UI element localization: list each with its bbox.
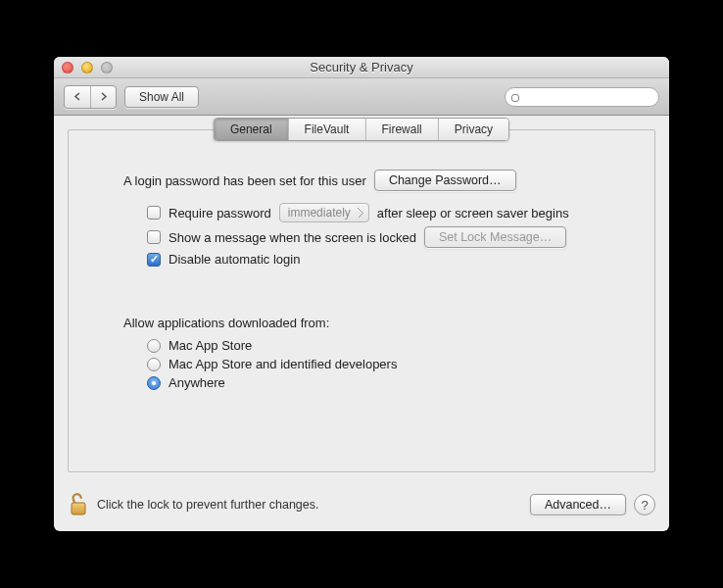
change-password-button[interactable]: Change Password… — [374, 170, 516, 191]
require-password-delay-select[interactable]: immediately — [279, 203, 369, 222]
close-icon[interactable] — [62, 62, 73, 74]
lock-text: Click the lock to prevent further change… — [97, 498, 522, 512]
gatekeeper-heading: Allow applications downloaded from: — [108, 316, 615, 330]
after-sleep-label: after sleep or screen saver begins — [377, 206, 569, 220]
gatekeeper-option-identified[interactable]: Mac App Store and identified developers — [147, 357, 615, 371]
toolbar: Show All — [54, 78, 669, 116]
require-password-checkbox[interactable] — [147, 206, 161, 220]
footer: Click the lock to prevent further change… — [54, 486, 669, 531]
titlebar: Security & Privacy — [54, 57, 669, 78]
require-password-row: Require password immediately after sleep… — [108, 203, 615, 222]
show-message-row: Show a message when the screen is locked… — [108, 226, 615, 248]
disable-auto-login-checkbox[interactable] — [147, 253, 161, 267]
radio-icon — [147, 358, 161, 371]
login-password-label: A login password has been set for this u… — [123, 173, 366, 188]
tab-bar: General FileVault Firewall Privacy — [214, 118, 509, 141]
svg-rect-2 — [72, 503, 85, 514]
tab-general[interactable]: General — [215, 119, 288, 140]
chevron-left-icon — [73, 92, 81, 101]
gatekeeper-label: Anywhere — [169, 375, 225, 390]
delay-value: immediately — [288, 206, 351, 220]
content-area: General FileVault Firewall Privacy A log… — [54, 116, 669, 486]
zoom-icon[interactable] — [101, 62, 113, 74]
tab-filevault[interactable]: FileVault — [288, 119, 365, 140]
tab-privacy[interactable]: Privacy — [438, 119, 508, 140]
search-wrap — [505, 87, 659, 107]
require-password-label: Require password — [169, 206, 271, 220]
set-lock-message-button: Set Lock Message… — [424, 226, 566, 248]
nav-segment — [64, 85, 117, 109]
general-panel: General FileVault Firewall Privacy A log… — [68, 129, 655, 472]
minimize-icon[interactable] — [81, 62, 93, 74]
show-all-button[interactable]: Show All — [124, 86, 199, 108]
chevron-right-icon — [100, 92, 108, 101]
disable-auto-login-row: Disable automatic login — [108, 252, 615, 267]
tab-firewall[interactable]: Firewall — [364, 119, 437, 140]
search-input[interactable] — [505, 87, 659, 107]
disable-auto-login-label: Disable automatic login — [169, 252, 300, 267]
radio-icon — [147, 376, 161, 390]
radio-icon — [147, 339, 161, 353]
window-title: Security & Privacy — [54, 60, 669, 74]
gatekeeper-label: Mac App Store — [169, 338, 252, 353]
show-message-label: Show a message when the screen is locked — [169, 230, 416, 245]
show-message-checkbox[interactable] — [147, 230, 161, 244]
advanced-button[interactable]: Advanced… — [530, 494, 626, 515]
gatekeeper-option-anywhere[interactable]: Anywhere — [147, 375, 615, 390]
back-button[interactable] — [65, 86, 90, 108]
gatekeeper-label: Mac App Store and identified developers — [169, 357, 397, 371]
forward-button[interactable] — [90, 86, 116, 108]
help-button[interactable]: ? — [634, 494, 655, 515]
lock-icon[interactable] — [68, 492, 89, 517]
gatekeeper-radio-group: Mac App Store Mac App Store and identifi… — [108, 338, 615, 390]
gatekeeper-option-mas[interactable]: Mac App Store — [147, 338, 615, 353]
preferences-window: Security & Privacy Show All General File… — [54, 57, 669, 531]
traffic-lights — [54, 62, 113, 74]
login-password-row: A login password has been set for this u… — [108, 170, 615, 191]
